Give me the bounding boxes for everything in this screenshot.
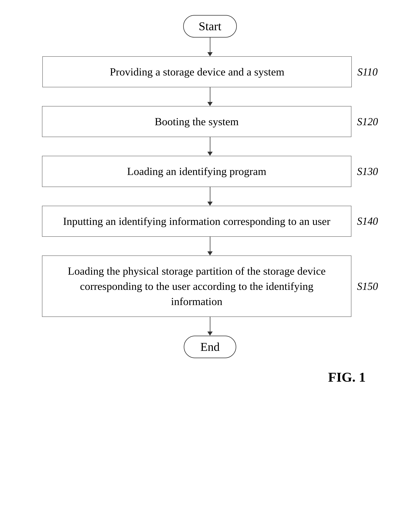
process-box-s110: Providing a storage device and a system	[42, 56, 352, 87]
step-row-s130: Loading an identifying program S130	[32, 156, 388, 187]
arrow-s110-to-s120	[207, 87, 213, 106]
arrow-s130-to-s140	[207, 187, 213, 206]
process-box-s140: Inputting an identifying information cor…	[42, 206, 351, 237]
step-row-s120: Booting the system S120	[32, 106, 388, 137]
step-label-s130: S130	[357, 165, 378, 177]
figure-label: FIG. 1	[328, 369, 366, 385]
step-row-s110: Providing a storage device and a system …	[32, 56, 388, 87]
start-node: Start	[183, 15, 237, 38]
flowchart: Start Providing a storage device and a s…	[32, 15, 388, 385]
step-row-s140: Inputting an identifying information cor…	[32, 206, 388, 237]
process-box-s120: Booting the system	[42, 106, 351, 137]
arrow-s140-to-s150	[207, 237, 213, 256]
step-label-s110: S110	[357, 66, 378, 78]
process-box-s150: Loading the physical storage partition o…	[42, 256, 351, 317]
arrow-start-to-s110	[207, 38, 213, 56]
step-row-s150: Loading the physical storage partition o…	[32, 256, 388, 317]
arrow-s150-to-end	[207, 317, 213, 336]
step-label-s120: S120	[357, 116, 378, 128]
end-node: End	[184, 336, 236, 358]
step-label-s140: S140	[357, 215, 378, 227]
step-label-s150: S150	[357, 280, 378, 292]
process-box-s130: Loading an identifying program	[42, 156, 351, 187]
arrow-s120-to-s130	[207, 137, 213, 156]
